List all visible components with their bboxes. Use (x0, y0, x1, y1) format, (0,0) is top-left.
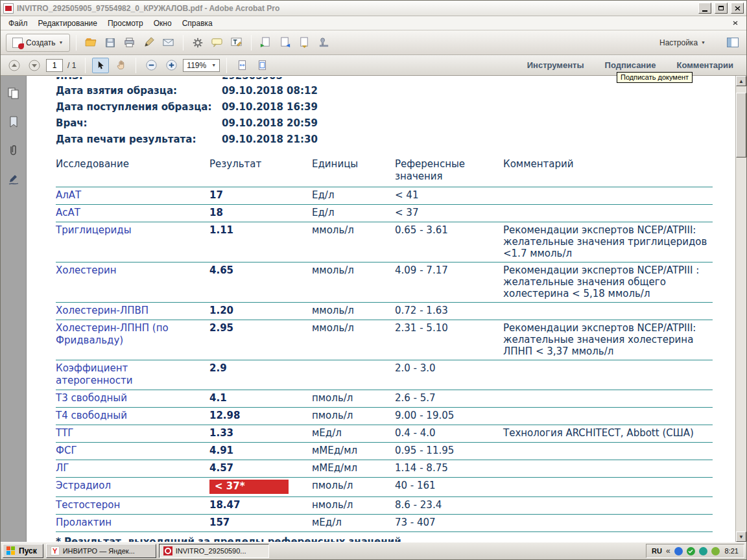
page-thumbnails-button[interactable] (5, 85, 22, 102)
minimize-button[interactable] (698, 3, 711, 14)
task-app-icon (163, 546, 172, 555)
test-units: мМЕд/мл (312, 462, 395, 474)
signatures-button[interactable] (5, 170, 22, 187)
test-comment: Рекомендации экспертов NCEP/ATPIII: жела… (503, 322, 713, 357)
next-page-button[interactable] (26, 58, 43, 73)
vertical-scrollbar[interactable]: ▲ ▼ (735, 76, 746, 542)
test-reference-range: 40 - 161 (395, 480, 503, 494)
table-row: ЛГ 4.57 мМЕд/мл 1.14 - 8.75 (56, 460, 713, 477)
typewriter-icon (230, 36, 243, 49)
task-label: INVITRO_29250590... (176, 547, 246, 555)
attachments-button[interactable] (5, 142, 22, 159)
comment-button[interactable] (209, 34, 226, 52)
restore-icon (718, 6, 724, 10)
zoom-in-button[interactable] (163, 58, 180, 73)
test-result: < 37* (209, 480, 312, 494)
sign-pen-button[interactable] (141, 34, 158, 52)
menu-item[interactable]: Справка (177, 17, 218, 30)
close-button[interactable] (731, 3, 744, 14)
zoom-out-button[interactable] (143, 58, 160, 73)
test-reference-range: 0.95 - 11.95 (395, 445, 503, 457)
document-view: ИНЗ: 292505905 Дата взятия образца: 09.1… (27, 76, 735, 542)
fit-page-button[interactable] (254, 58, 270, 73)
scroll-up-button[interactable]: ▲ (736, 76, 746, 86)
test-comment: Технология ARCHITECT, Abbott (США) (503, 427, 713, 439)
windows-logo-icon (6, 546, 16, 555)
create-pdf-icon (12, 38, 23, 48)
customize-label[interactable]: Настройка (659, 38, 698, 47)
restore-button[interactable] (715, 3, 728, 14)
test-result: 4.1 (209, 392, 312, 404)
clipped-meta-row: ИНЗ: 292505905 (56, 77, 713, 83)
tray-icon-olive[interactable] (711, 547, 720, 555)
stamp-button[interactable] (316, 34, 333, 52)
sign-document-tooltip: Подписать документ (617, 72, 693, 83)
speech-bubble-icon (211, 36, 223, 49)
panel-tab[interactable]: Подписание (605, 60, 656, 70)
zoom-out-icon (145, 59, 158, 71)
close-icon (735, 6, 741, 11)
menu-item[interactable]: Редактирование (33, 17, 102, 30)
menu-item[interactable]: Файл (3, 17, 33, 30)
table-row: АлАТ 17 Ед/л < 41 (56, 187, 713, 204)
test-name: АсАТ (56, 207, 209, 219)
scroll-down-button[interactable]: ▼ (736, 531, 746, 542)
panel-tab[interactable]: Инструменты (527, 60, 584, 70)
email-button[interactable] (160, 34, 177, 52)
reading-mode-button[interactable] (724, 34, 741, 52)
zoom-level-select[interactable]: 119% ▼ (183, 59, 220, 72)
test-name: Т3 свободный (56, 392, 209, 404)
test-name: Коэффициент атерогенности (56, 362, 209, 387)
fit-width-button[interactable] (233, 58, 250, 73)
save-button[interactable] (102, 34, 119, 52)
test-units: мЕд/л (312, 427, 395, 439)
open-button[interactable] (82, 34, 99, 52)
table-header-cell: Единицы (312, 158, 395, 183)
meta-label: Врач: (56, 117, 222, 130)
test-reference-range: 2.6 - 5.7 (395, 392, 503, 404)
table-row: Тестостерон 18.47 нмоль/л 8.6 - 23.4 (56, 496, 713, 514)
attach-file-button[interactable] (257, 34, 274, 52)
tray-icon-green-check[interactable] (687, 547, 695, 555)
export-file-button[interactable] (277, 34, 294, 52)
taskbar-task-button[interactable]: Y ИНВИТРО — Яндек... (46, 544, 156, 558)
share-file-button[interactable] (296, 34, 313, 52)
menu-item[interactable]: Окно (148, 17, 177, 30)
bookmark-icon (7, 115, 20, 128)
chevron-down-icon: ▼ (701, 40, 706, 45)
page-count-label: / 1 (67, 61, 76, 70)
test-comment (503, 462, 713, 474)
test-units (312, 362, 395, 387)
test-name: Холестерин (56, 264, 209, 299)
meta-row: Дата поступления образца: 09.10.2018 16:… (56, 99, 713, 115)
meta-row: Дата взятия образца: 09.10.2018 08:12 (56, 83, 713, 99)
hand-tool-button[interactable] (112, 58, 129, 73)
previous-page-button[interactable] (6, 58, 23, 73)
create-button[interactable]: Создать ▼ (6, 34, 70, 52)
test-reference-range: 0.72 - 1.63 (395, 305, 503, 317)
settings-gear-button[interactable] (189, 34, 206, 52)
close-document-button[interactable] (727, 16, 744, 31)
language-indicator[interactable]: RU (652, 547, 662, 555)
panel-tab[interactable]: Комментарии (676, 60, 733, 70)
start-button[interactable]: Пуск (3, 544, 43, 558)
taskbar-task-button[interactable]: INVITRO_29250590... (159, 544, 269, 558)
tray-icon-teal[interactable] (699, 547, 707, 555)
page-number-input[interactable] (46, 59, 63, 72)
page-down-icon (28, 59, 41, 72)
test-result: 4.57 (209, 462, 312, 474)
print-button[interactable] (121, 34, 138, 52)
doc-share-icon (298, 36, 311, 49)
tray-expand-icon[interactable]: « (666, 546, 670, 555)
typewriter-button[interactable] (228, 34, 245, 52)
test-name: ФСГ (56, 445, 209, 457)
select-tool-button[interactable] (92, 58, 109, 73)
tray-icon-blue[interactable] (674, 547, 683, 555)
test-result: 4.91 (209, 445, 312, 457)
scrollbar-track[interactable] (736, 86, 746, 531)
bookmarks-button[interactable] (5, 113, 22, 130)
scrollbar-thumb[interactable] (736, 93, 746, 158)
menu-item[interactable]: Просмотр (102, 17, 148, 30)
table-row: Пролактин 157 мЕд/л 73 - 407 (56, 514, 713, 531)
select-cursor-icon (95, 60, 106, 71)
